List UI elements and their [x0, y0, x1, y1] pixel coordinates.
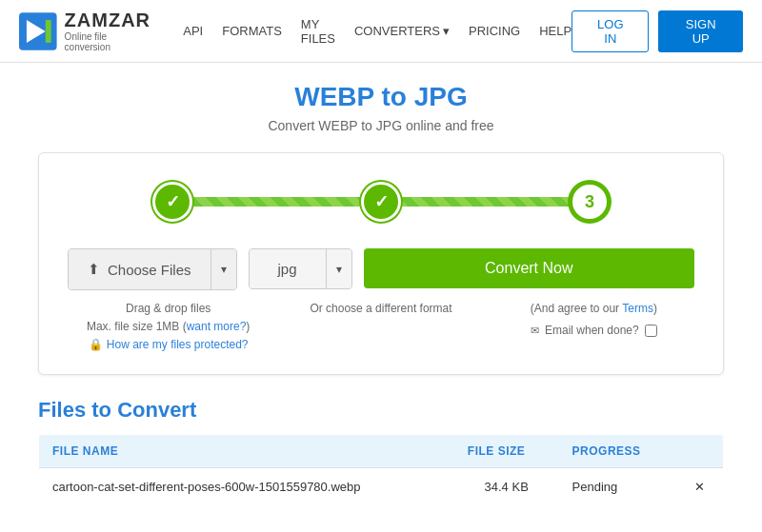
protected-link[interactable]: How are my files protected?: [107, 336, 249, 354]
nav-api[interactable]: API: [183, 24, 203, 38]
file-name-cell: cartoon-cat-set-different-poses-600w-150…: [39, 467, 454, 505]
col-progress: PROGRESS: [559, 434, 677, 467]
file-remove-button[interactable]: ✕: [677, 467, 724, 505]
files-section: Files to Convert FILE NAME FILE SIZE PRO…: [38, 398, 724, 506]
main-content: WEBP to JPG Convert WEBP to JPG online a…: [19, 63, 743, 525]
header: ZAMZAR Online file conversion API FORMAT…: [0, 0, 762, 63]
converters-chevron-icon: ▾: [443, 24, 450, 38]
nav-formats[interactable]: FORMATS: [222, 24, 282, 38]
lock-icon: 🔒: [89, 336, 103, 354]
action-hints: Drag & drop files Max. file size 1MB (wa…: [68, 300, 694, 355]
table-row: cartoon-cat-set-different-poses-600w-150…: [39, 467, 724, 505]
col-actions: [677, 434, 724, 467]
choose-files-label: Choose Files: [108, 262, 191, 278]
logo-name: ZAMZAR: [65, 10, 155, 31]
email-checkbox[interactable]: [645, 325, 657, 337]
converter-card: ✓ ✓ 3 ⬆ Choose Files ▾ jpg ▾: [38, 152, 724, 375]
step-1: ✓: [152, 182, 192, 222]
choose-files-button[interactable]: ⬆ Choose Files: [69, 249, 211, 289]
steps-container: ✓ ✓ 3: [68, 182, 694, 222]
col-filesize: FILE SIZE: [454, 434, 559, 467]
want-more-link[interactable]: want more?: [187, 320, 247, 333]
main-nav: API FORMATS MY FILES CONVERTERS ▾ PRICIN…: [183, 17, 572, 46]
nav-converters[interactable]: CONVERTERS ▾: [354, 24, 450, 38]
convert-now-button[interactable]: Convert Now: [364, 248, 694, 288]
terms-link[interactable]: Terms: [622, 302, 653, 315]
email-icon: ✉: [531, 323, 539, 340]
files-title-highlight: Convert: [117, 398, 196, 422]
page-subtitle: Convert WEBP to JPG online and free: [38, 118, 724, 133]
nav-help[interactable]: HELP: [539, 24, 572, 38]
format-select-wrap: jpg ▾: [249, 248, 352, 289]
email-label: Email when done?: [545, 322, 639, 340]
files-table-body: cartoon-cat-set-different-poses-600w-150…: [39, 467, 724, 505]
logo: ZAMZAR Online file conversion: [19, 10, 154, 52]
protected-hint: 🔒 How are my files protected?: [68, 336, 269, 354]
login-button[interactable]: LOG IN: [572, 10, 649, 52]
convert-hints: (And agree to our Terms) ✉ Email when do…: [493, 300, 694, 355]
format-chevron-icon: ▾: [336, 263, 342, 276]
choose-files-chevron-icon: ▾: [221, 263, 227, 276]
terms-hint: (And agree to our Terms): [493, 300, 694, 318]
step-3: 3: [570, 182, 610, 222]
file-size-cell: 34.4 KB: [454, 467, 559, 505]
choose-files-dropdown-button[interactable]: ▾: [211, 249, 236, 289]
choose-files-hints: Drag & drop files Max. file size 1MB (wa…: [68, 300, 269, 355]
choose-files-wrap: ⬆ Choose Files ▾: [68, 248, 237, 290]
logo-icon: [19, 12, 57, 50]
step-2: ✓: [361, 182, 401, 222]
nav-pricing[interactable]: PRICING: [469, 24, 520, 38]
file-progress-cell: Pending: [559, 467, 677, 505]
format-value: jpg: [250, 249, 326, 288]
upload-icon: ⬆: [88, 261, 100, 278]
files-table: FILE NAME FILE SIZE PROGRESS cartoon-cat…: [38, 434, 724, 506]
format-hint: Or choose a different format: [280, 300, 481, 355]
files-title: Files to Convert: [38, 398, 724, 423]
nav-my-files[interactable]: MY FILES: [301, 17, 335, 46]
logo-tagline: Online file conversion: [65, 31, 155, 52]
files-table-header: FILE NAME FILE SIZE PROGRESS: [39, 434, 724, 467]
format-hint-text: Or choose a different format: [280, 300, 481, 318]
email-row: ✉ Email when done?: [493, 322, 694, 340]
svg-rect-2: [46, 20, 51, 43]
format-dropdown-button[interactable]: ▾: [326, 249, 351, 288]
header-buttons: LOG IN SIGN UP: [572, 10, 743, 52]
page-title: WEBP to JPG: [38, 82, 724, 112]
steps: ✓ ✓ 3: [152, 182, 610, 222]
signup-button[interactable]: SIGN UP: [658, 10, 743, 52]
action-row: ⬆ Choose Files ▾ jpg ▾ Convert Now: [68, 248, 694, 290]
drag-drop-hint: Drag & drop files: [68, 300, 269, 318]
max-size-hint: Max. file size 1MB (want more?): [68, 318, 269, 336]
col-filename: FILE NAME: [39, 434, 454, 467]
